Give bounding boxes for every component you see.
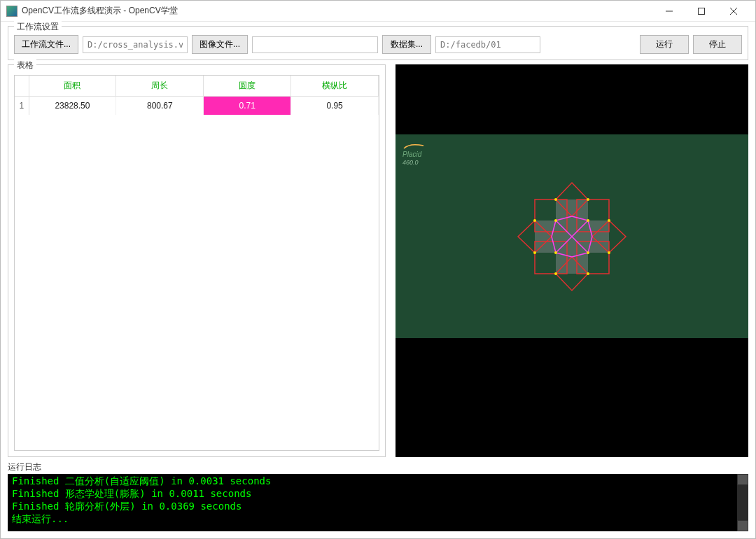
scroll-down-icon[interactable] <box>737 520 748 531</box>
workflow-settings-group: 工作流设置 工作流文件... 图像文件... 数据集... 运行 停止 <box>8 26 748 60</box>
row-index: 1 <box>15 97 29 115</box>
table-cell: 23828.50 <box>29 97 116 115</box>
run-button[interactable]: 运行 <box>640 35 689 54</box>
table-cell: 800.67 <box>116 97 204 115</box>
table-corner <box>15 76 29 97</box>
table-cell: 0.71 <box>204 97 291 115</box>
log-group: 运行日志 Finished 二值分析(自适应阈值) in 0.0031 seco… <box>8 461 748 531</box>
dataset-input[interactable] <box>435 36 540 53</box>
close-button[interactable] <box>718 1 750 22</box>
titlebar: OpenCV工作流多线程演示 - OpenCV学堂 <box>1 1 755 22</box>
svg-point-24 <box>554 198 557 201</box>
content-area: 工作流设置 工作流文件... 图像文件... 数据集... 运行 停止 表格 <box>1 22 755 538</box>
results-table: 面积 周长 圆度 横纵比 123828.50800.670.710.95 <box>15 76 379 115</box>
log-scrollbar[interactable] <box>737 474 748 531</box>
close-icon <box>730 8 737 15</box>
image-file-button[interactable]: 图像文件... <box>192 35 248 54</box>
log-line: Finished 轮廓分析(外层) in 0.0369 seconds <box>12 500 744 513</box>
log-line: Finished 二值分析(自适应阈值) in 0.0031 seconds <box>12 475 744 488</box>
app-icon <box>6 6 18 17</box>
table-cell: 0.95 <box>291 97 379 115</box>
maximize-icon <box>698 8 705 15</box>
watermark: Placid 460.0 <box>402 141 430 167</box>
image-file-input[interactable] <box>252 36 378 53</box>
svg-rect-1 <box>699 8 705 14</box>
table-group: 表格 面积 周长 圆度 横纵比 <box>8 64 386 457</box>
col-aspect[interactable]: 横纵比 <box>291 76 379 97</box>
scroll-up-icon[interactable] <box>737 474 748 485</box>
log-console[interactable]: Finished 二值分析(自适应阈值) in 0.0031 secondsFi… <box>8 474 748 531</box>
maximize-button[interactable] <box>685 1 718 22</box>
svg-point-31 <box>554 251 557 254</box>
workflow-settings-legend: 工作流设置 <box>14 21 62 33</box>
svg-point-34 <box>554 272 557 275</box>
dataset-button[interactable]: 数据集... <box>382 35 431 54</box>
image-canvas: Placid 460.0 <box>396 134 748 338</box>
workflow-file-button[interactable]: 工作流文件... <box>14 35 78 54</box>
watermark-swoosh-icon <box>402 141 430 150</box>
workflow-file-input[interactable] <box>83 36 188 53</box>
settings-row: 工作流文件... 图像文件... 数据集... 运行 停止 <box>14 35 742 54</box>
results-table-wrap: 面积 周长 圆度 横纵比 123828.50800.670.710.95 <box>14 75 379 451</box>
col-perimeter[interactable]: 周长 <box>116 76 204 97</box>
table-row[interactable]: 123828.50800.670.710.95 <box>15 97 379 115</box>
table-legend: 表格 <box>14 59 36 71</box>
col-circularity[interactable]: 圆度 <box>204 76 291 97</box>
stop-button[interactable]: 停止 <box>693 35 742 54</box>
minimize-icon <box>666 8 673 15</box>
svg-point-25 <box>587 198 589 201</box>
detected-shape-overlay <box>512 177 631 296</box>
svg-point-29 <box>608 219 610 222</box>
svg-point-28 <box>587 219 589 222</box>
log-line: 结束运行... <box>12 513 744 526</box>
image-preview: Placid 460.0 <box>396 64 748 457</box>
svg-point-33 <box>608 251 610 254</box>
log-line: Finished 形态学处理(膨胀) in 0.0011 seconds <box>12 488 744 500</box>
window-title: OpenCV工作流多线程演示 - OpenCV学堂 <box>22 5 653 17</box>
svg-point-32 <box>587 251 589 254</box>
svg-point-30 <box>533 251 536 254</box>
minimize-button[interactable] <box>653 1 685 22</box>
app-window: OpenCV工作流多线程演示 - OpenCV学堂 工作流设置 工作流文件...… <box>0 0 756 539</box>
main-split: 表格 面积 周长 圆度 横纵比 <box>8 64 748 457</box>
watermark-line2: 460.0 <box>402 159 430 167</box>
svg-point-27 <box>554 219 557 222</box>
svg-point-35 <box>587 272 589 275</box>
left-pane: 表格 面积 周长 圆度 横纵比 <box>8 64 386 457</box>
col-area[interactable]: 面积 <box>29 76 116 97</box>
watermark-line1: Placid <box>402 150 430 159</box>
svg-point-26 <box>533 219 536 222</box>
log-legend: 运行日志 <box>8 462 41 472</box>
